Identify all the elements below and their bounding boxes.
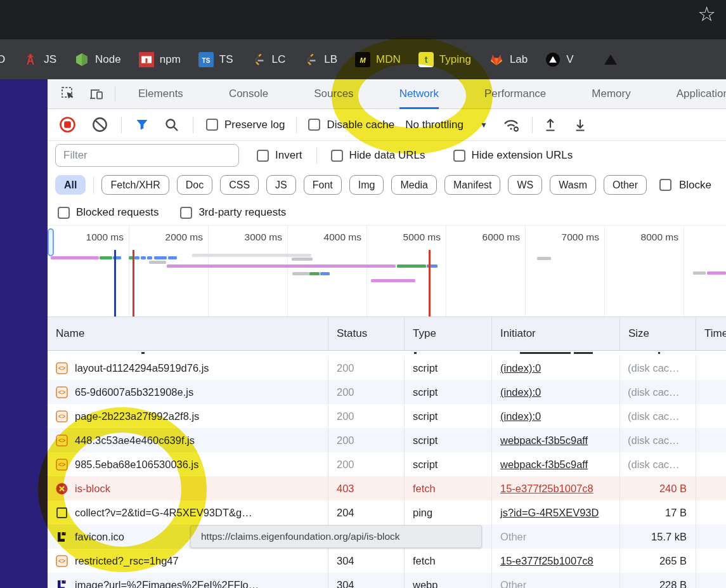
hide-extension-urls-label[interactable]: Hide extension URLs (472, 149, 573, 162)
filter-chip-css[interactable]: CSS (220, 175, 259, 195)
third-party-requests-checkbox[interactable] (180, 207, 192, 219)
table-row[interactable]: <>65-9d6007a5b321908e.js200script(index)… (48, 380, 726, 404)
initiator-link[interactable]: webpack-f3b5c9aff (500, 459, 588, 470)
initiator-link[interactable]: (index):0 (500, 410, 541, 422)
initiator-link[interactable]: js?id=G-4R5XEV93D (500, 507, 599, 518)
cell-name: image?url=%2Fimages%2FeI%2FFlo… (48, 573, 328, 588)
column-header-time[interactable]: Time (696, 317, 726, 350)
tab-application[interactable]: Application (677, 79, 726, 109)
filter-chip-wasm[interactable]: Wasm (550, 175, 596, 195)
tab-elements[interactable]: Elements (138, 79, 183, 109)
bookmark-v[interactable]: V (545, 52, 573, 67)
table-row[interactable]: <>page-2b223a27f992a2f8.js200script(inde… (48, 404, 726, 428)
table-row[interactable]: <>restricted?_rsc=1hg47304fetch15-e377f2… (48, 549, 726, 573)
overview-brush-handle[interactable] (48, 228, 54, 256)
cell-name: <>985.5eba68e106530036.js (48, 452, 328, 476)
column-header-type[interactable]: Type (404, 317, 491, 350)
invert-label[interactable]: Invert (275, 149, 302, 162)
tab-performance[interactable]: Performance (484, 79, 546, 109)
column-header-size[interactable]: Size (619, 317, 696, 350)
disable-cache-label[interactable]: Disable cache (327, 119, 394, 131)
column-header-initiator[interactable]: Initiator (491, 317, 619, 350)
cell-initiator: Other (491, 573, 619, 588)
cell-initiator: js?id=G-4R5XEV93D (491, 500, 619, 525)
table-row[interactable]: collect?v=2&tid=G-4R5XEV93DT&g…204pingjs… (48, 500, 726, 525)
blocked-cookies-checkbox[interactable] (659, 179, 671, 191)
filter-chip-js[interactable]: JS (266, 175, 296, 195)
filter-chip-ws[interactable]: WS (508, 175, 542, 195)
bookmark-npm[interactable]: npm (139, 52, 181, 67)
initiator-link[interactable]: 15-e377f25b1007c8 (500, 555, 593, 566)
bookmark-mdn[interactable]: MMDN (355, 52, 401, 67)
export-har-icon[interactable] (572, 117, 588, 133)
load-event-line (429, 250, 431, 317)
clear-network-log-icon[interactable] (91, 116, 108, 133)
request-name: is-block (75, 483, 110, 494)
invert-checkbox[interactable] (257, 150, 269, 162)
preserve-log-checkbox[interactable] (206, 119, 218, 131)
blocked-requests-checkbox[interactable] (58, 207, 70, 219)
bookmark-lab[interactable]: Lab (489, 52, 528, 67)
blocked-cookies-label[interactable]: Blocke (679, 179, 711, 192)
record-network-log-icon[interactable] (59, 116, 76, 133)
bookmark-typing[interactable]: tTyping (418, 52, 471, 67)
device-toolbar-icon[interactable] (88, 86, 105, 102)
filter-chip-fetchxhr[interactable]: Fetch/XHR (101, 175, 169, 195)
column-header-status[interactable]: Status (328, 317, 404, 350)
inspect-element-icon[interactable] (60, 86, 77, 102)
cell-size: 228 B (619, 573, 696, 588)
filter-chip-doc[interactable]: Doc (177, 175, 212, 195)
search-icon[interactable] (164, 117, 180, 133)
tab-network[interactable]: Network (399, 79, 439, 109)
column-header-name[interactable]: Name (48, 317, 328, 350)
tab-sources[interactable]: Sources (314, 79, 353, 109)
preserve-log-label[interactable]: Preserve log (224, 119, 285, 131)
disable-cache-checkbox[interactable] (308, 119, 320, 131)
hide-extension-urls-checkbox[interactable] (453, 150, 465, 162)
filter-chip-other[interactable]: Other (604, 175, 647, 195)
network-overview-timeline[interactable]: 1000 ms2000 ms3000 ms4000 ms5000 ms6000 … (48, 225, 726, 317)
network-conditions-icon[interactable] (502, 117, 521, 133)
third-party-requests-label[interactable]: 3rd-party requests (198, 206, 286, 219)
cell-time (696, 500, 726, 525)
bookmark-star-icon[interactable]: ☆ (697, 0, 716, 28)
bookmark-ts[interactable]: TSTS (198, 52, 233, 67)
waterfall-bar (309, 272, 320, 275)
filter-input[interactable] (55, 144, 239, 167)
blocked-requests-label[interactable]: Blocked requests (76, 206, 159, 219)
request-name: image?url=%2Fimages%2FeI%2FFlo… (75, 579, 259, 588)
table-row[interactable]: image?url=%2Fimages%2FeI%2FFlo…304webpOt… (48, 573, 726, 588)
filter-chip-manifest[interactable]: Manifest (444, 175, 500, 195)
bookmark-lb[interactable]: LB (303, 52, 337, 67)
cell-status: 200 (328, 380, 404, 404)
table-row[interactable]: <>985.5eba68e106530036.js200scriptwebpac… (48, 452, 726, 476)
filter-icon[interactable] (134, 117, 150, 133)
cell-status: 304 (328, 549, 404, 573)
hide-data-urls-checkbox[interactable] (331, 150, 343, 162)
bookmark-js[interactable]: JS (23, 52, 56, 67)
cell-initiator: webpack-f3b5c9aff (491, 428, 619, 452)
bookmark-label: LC (272, 53, 286, 66)
bookmark-partial[interactable] (603, 52, 618, 67)
initiator-link[interactable]: 15-e377f25b1007c8 (500, 483, 593, 494)
initiator-link[interactable]: (index):0 (500, 386, 541, 398)
filter-chip-all[interactable]: All (55, 175, 86, 195)
filter-chip-img[interactable]: Img (349, 175, 384, 195)
bookmark-lc[interactable]: LC (251, 52, 286, 67)
bookmark-o[interactable]: O (0, 53, 5, 66)
filter-chip-font[interactable]: Font (304, 175, 342, 195)
tab-console[interactable]: Console (229, 79, 268, 109)
initiator-text: Other (500, 579, 526, 588)
initiator-link[interactable]: webpack-f3b5c9aff (500, 434, 588, 446)
table-row[interactable]: <>448.3c53ae4e460c639f.js200scriptwebpac… (48, 428, 726, 452)
tab-memory[interactable]: Memory (592, 79, 630, 109)
initiator-link[interactable]: (index):0 (500, 362, 541, 374)
table-row[interactable]: is-block403fetch15-e377f25b1007c8240 B (48, 476, 726, 500)
chevron-down-icon[interactable]: ▼ (480, 121, 488, 129)
table-row[interactable]: <>layout-d1124294a5919d76.js200script(in… (48, 356, 726, 380)
throttling-select[interactable]: No throttling (405, 119, 463, 131)
bookmark-node[interactable]: Node (74, 52, 121, 67)
filter-chip-media[interactable]: Media (391, 175, 437, 195)
hide-data-urls-label[interactable]: Hide data URLs (349, 149, 425, 162)
import-har-icon[interactable] (542, 117, 559, 133)
